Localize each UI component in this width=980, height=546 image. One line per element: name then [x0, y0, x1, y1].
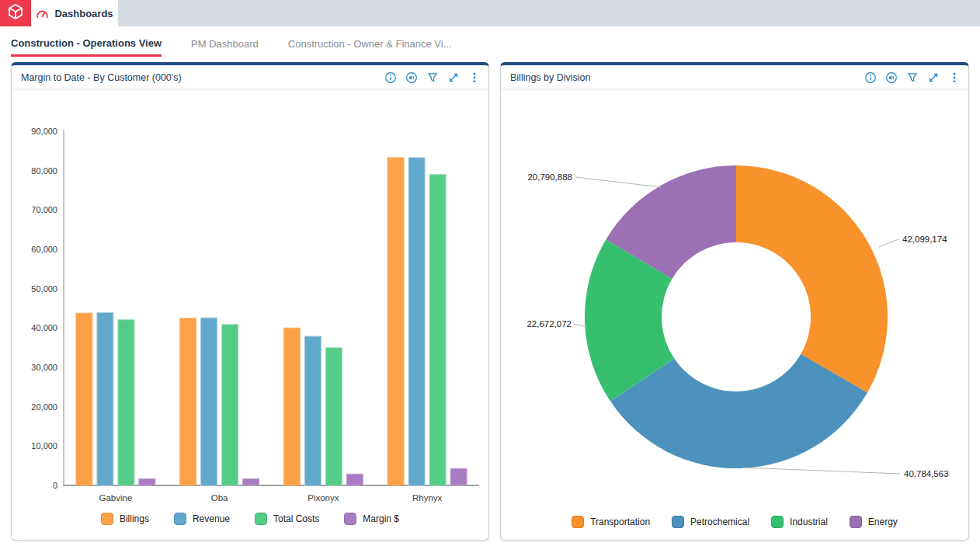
- dashboards-app-tab-label: Dashboards: [54, 8, 113, 19]
- bar-chart: 010,00020,00030,00040,00050,00060,00070,…: [12, 90, 488, 506]
- panel-toolbar: [384, 71, 481, 84]
- x-axis-label-oba: Oba: [211, 493, 228, 503]
- topbar-background: [118, 0, 980, 26]
- donut-chart-body: 42,099,17440,784,56322,672,07220,790,888…: [501, 90, 968, 528]
- legend-item-total-costs[interactable]: Total Costs: [255, 513, 319, 525]
- audio-icon[interactable]: [885, 71, 898, 84]
- legend-label: Total Costs: [273, 513, 319, 524]
- callout-line-industrial: [574, 324, 586, 327]
- legend-label: Margin $: [363, 513, 399, 524]
- y-axis-tick: 70,000: [31, 205, 57, 214]
- panel-toolbar: [864, 71, 961, 84]
- audio-icon[interactable]: [405, 71, 418, 84]
- y-axis-tick: 0: [53, 481, 57, 490]
- cube-logo-icon: [6, 2, 25, 24]
- legend-item-transportation[interactable]: Transportation: [572, 516, 650, 528]
- y-axis-tick: 20,000: [31, 402, 57, 412]
- filter-icon[interactable]: [906, 71, 919, 84]
- callout-line-transportation: [879, 239, 898, 247]
- expand-icon[interactable]: [447, 71, 460, 84]
- y-axis-tick: 80,000: [31, 166, 57, 176]
- legend-label: Industrial: [790, 516, 828, 527]
- x-axis-label-pixonyx: Pixonyx: [308, 493, 339, 503]
- bar-revenue-pixonyx[interactable]: [304, 336, 321, 485]
- legend-label: Revenue: [193, 513, 230, 524]
- value-label-petrochemical: 40,784,563: [904, 469, 949, 478]
- y-axis-tick: 60,000: [31, 245, 57, 254]
- bar-revenue-rhynyx[interactable]: [408, 158, 425, 485]
- x-axis-label-rhynyx: Rhynyx: [412, 493, 443, 503]
- more-icon[interactable]: [948, 71, 961, 84]
- filter-icon[interactable]: [426, 71, 439, 84]
- bar-revenue-oba[interactable]: [201, 318, 217, 485]
- bar-revenue-gabvine[interactable]: [97, 313, 113, 485]
- legend-swatch-billings: [101, 513, 113, 525]
- bar-margin-rhynyx[interactable]: [450, 468, 467, 485]
- bar-total-costs-gabvine[interactable]: [118, 320, 134, 485]
- legend-label: Billings: [120, 513, 149, 524]
- value-label-industrial: 22,672,072: [526, 319, 572, 329]
- donut-slice-transportation[interactable]: [736, 165, 888, 392]
- donut-chart-legend: TransportationPetrochemicalIndustrialEne…: [501, 516, 968, 528]
- y-axis-tick: 50,000: [31, 284, 57, 294]
- dashboards-app-tab[interactable]: Dashboards: [31, 0, 118, 26]
- legend-swatch-total-costs: [255, 513, 267, 525]
- panel-title: Billings by Division: [510, 72, 591, 83]
- callout-line-energy: [575, 177, 661, 187]
- bar-margin-gabvine[interactable]: [139, 478, 155, 485]
- bar-margin-pixonyx[interactable]: [346, 474, 363, 485]
- tab-construction-operations-view[interactable]: Construction - Operations View: [11, 33, 162, 57]
- legend-swatch-revenue: [174, 513, 186, 525]
- legend-item-margin[interactable]: Margin $: [344, 513, 399, 525]
- donut-chart: 42,099,17440,784,56322,672,07220,790,888: [501, 90, 968, 509]
- panel-margin-to-date-by-customer: Margin to Date - By Customer (000's) 010…: [11, 62, 489, 541]
- legend-swatch-industrial: [771, 516, 784, 528]
- value-label-transportation: 42,099,174: [902, 235, 947, 244]
- legend-item-billings[interactable]: Billings: [101, 513, 149, 525]
- dashboard-tab-strip: Construction - Operations ViewPM Dashboa…: [0, 26, 980, 62]
- bar-margin-oba[interactable]: [243, 478, 259, 485]
- legend-item-energy[interactable]: Energy: [850, 516, 898, 528]
- callout-line-petrochemical: [743, 468, 900, 474]
- value-label-energy: 20,790,888: [527, 172, 572, 182]
- tab-construction-owner-finance-vi[interactable]: Construction - Owner & Finance Vi...: [288, 33, 452, 55]
- bar-chart-legend: BillingsRevenueTotal CostsMargin $: [12, 513, 488, 525]
- bar-billings-rhynyx[interactable]: [387, 158, 404, 485]
- tab-pm-dashboard[interactable]: PM Dashboard: [191, 33, 259, 55]
- expand-icon[interactable]: [927, 71, 940, 84]
- dashboard-content: Margin to Date - By Customer (000's) 010…: [0, 62, 980, 541]
- info-icon[interactable]: [384, 71, 397, 84]
- y-axis-tick: 90,000: [31, 127, 57, 136]
- legend-label: Petrochemical: [690, 516, 749, 527]
- bar-chart-body: 010,00020,00030,00040,00050,00060,00070,…: [12, 90, 488, 525]
- bar-billings-gabvine[interactable]: [76, 313, 92, 485]
- legend-item-revenue[interactable]: Revenue: [174, 513, 230, 525]
- dashboard-gauge-icon: [36, 8, 49, 19]
- legend-swatch-energy: [850, 516, 862, 528]
- y-axis-tick: 10,000: [31, 441, 57, 450]
- panel-header: Billings by Division: [501, 65, 968, 90]
- panel-billings-by-division: Billings by Division 42,099,17440,784,56…: [500, 62, 969, 541]
- app-logo[interactable]: [0, 0, 31, 26]
- legend-label: Transportation: [590, 516, 650, 527]
- bar-total-costs-oba[interactable]: [222, 325, 238, 485]
- panel-title: Margin to Date - By Customer (000's): [21, 72, 182, 83]
- bar-total-costs-pixonyx[interactable]: [325, 348, 342, 485]
- bar-billings-oba[interactable]: [180, 318, 196, 485]
- legend-swatch-margin: [344, 513, 356, 525]
- x-axis-label-gabvine: Gabvine: [99, 493, 132, 503]
- panel-header: Margin to Date - By Customer (000's): [12, 65, 488, 90]
- bar-billings-pixonyx[interactable]: [283, 328, 300, 485]
- more-icon[interactable]: [468, 71, 481, 84]
- legend-label: Energy: [868, 516, 898, 527]
- y-axis-tick: 40,000: [31, 323, 57, 332]
- legend-swatch-petrochemical: [672, 516, 684, 528]
- top-bar: Dashboards: [0, 0, 980, 26]
- legend-item-petrochemical[interactable]: Petrochemical: [672, 516, 749, 528]
- info-icon[interactable]: [864, 71, 877, 84]
- legend-item-industrial[interactable]: Industrial: [771, 516, 828, 528]
- bar-total-costs-rhynyx[interactable]: [429, 175, 446, 485]
- y-axis-tick: 30,000: [31, 363, 57, 372]
- legend-swatch-transportation: [572, 516, 584, 528]
